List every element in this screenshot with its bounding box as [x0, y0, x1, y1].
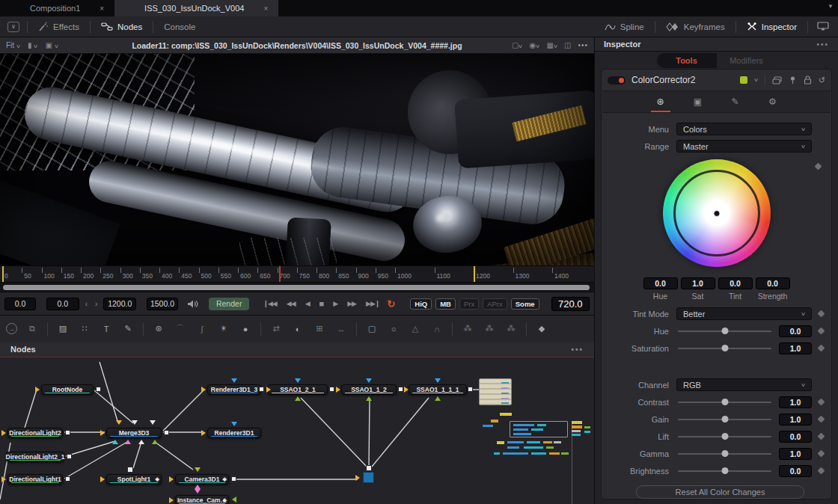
contrast-value[interactable]: 1.0 — [779, 396, 812, 408]
saver-icon[interactable]: ⧉ — [25, 323, 39, 335]
brightness-slider[interactable] — [676, 464, 773, 477]
graph-node-spotlight1[interactable]: SpotLight1◈ — [106, 474, 162, 485]
port-output-square[interactable] — [96, 387, 101, 392]
port-down-triangle[interactable] — [231, 378, 237, 383]
port-right-triangle[interactable] — [201, 387, 206, 393]
fit-dropdown[interactable]: Fit ∨ — [6, 41, 20, 49]
pemitter-icon[interactable]: ⁂ — [461, 323, 474, 335]
node-thumbnail[interactable] — [479, 378, 512, 405]
audio-icon[interactable] — [187, 299, 198, 309]
port-up-triangle[interactable] — [138, 440, 144, 444]
quality-aprx-button[interactable]: APrx — [483, 298, 507, 310]
port-output-square[interactable] — [164, 430, 169, 435]
chevron-down-icon[interactable]: ∨ — [753, 77, 759, 83]
gamma-slider[interactable] — [676, 447, 773, 460]
port-right-triangle[interactable] — [169, 476, 174, 482]
grid-dropdown[interactable]: ▦∨ — [546, 41, 557, 49]
rectangle-mask-icon[interactable]: ▢ — [365, 323, 379, 335]
keyframe-diamond[interactable] — [818, 433, 825, 440]
graph-node-merge3d3[interactable]: Merge3D3 — [106, 428, 162, 438]
nodes-panel-header[interactable]: Nodes ••• — [0, 342, 594, 357]
tab-composition1[interactable]: Composition1 × — [0, 0, 114, 16]
strength-value[interactable]: 0.0 — [756, 277, 790, 289]
loader-icon[interactable]: → — [6, 323, 17, 334]
port-square[interactable] — [329, 387, 334, 392]
quality-some-button[interactable]: Some — [511, 298, 539, 310]
close-icon[interactable]: × — [263, 4, 268, 13]
port-down-triangle[interactable] — [366, 378, 372, 383]
node-graph[interactable]: RootNodeDirectionalLight2DirectionalLigh… — [0, 357, 594, 504]
node-enable-toggle[interactable] — [608, 76, 626, 84]
hue-value[interactable]: 0.0 — [643, 277, 678, 289]
port-right-triangle[interactable] — [1, 476, 6, 482]
console-button[interactable]: Console — [153, 16, 206, 37]
lut-dropdown[interactable]: ◉∨ — [530, 41, 540, 49]
inspector-button[interactable]: Inspector — [736, 16, 807, 37]
port-right-triangle[interactable] — [336, 387, 340, 393]
spline-button[interactable]: Spline — [594, 16, 655, 37]
port-down-triangle[interactable] — [150, 420, 156, 425]
port-right-triangle[interactable] — [169, 497, 174, 503]
ellipse-mask-icon[interactable]: ○ — [387, 323, 400, 335]
port-right-triangle[interactable] — [35, 387, 40, 393]
colorcorrector-icon[interactable]: ⊛ — [152, 323, 165, 335]
render-button[interactable]: Render — [209, 298, 249, 310]
close-icon[interactable]: × — [100, 4, 104, 13]
timeline-scrollbar[interactable] — [0, 282, 594, 292]
subtab-options-icon[interactable]: ✎ — [726, 96, 745, 107]
port-left-triangle[interactable] — [232, 497, 236, 503]
paint-icon[interactable]: ✎ — [121, 323, 135, 335]
current-frame-field[interactable]: 720.0 — [551, 297, 590, 311]
port-down-triangle[interactable] — [231, 422, 237, 426]
background-icon[interactable]: ▨ — [56, 323, 70, 335]
gamma-value[interactable]: 1.0 — [779, 448, 812, 460]
global-end-field[interactable]: 1500.0 — [147, 298, 178, 310]
loop-icon[interactable]: ↻ — [387, 298, 395, 310]
graph-node-ssao1-1-2[interactable]: SSAO1_1_2 — [341, 384, 397, 395]
keyframe-diamond[interactable] — [818, 310, 825, 318]
port-right-triangle[interactable] — [100, 476, 105, 482]
keyframe-diamond[interactable] — [818, 345, 825, 352]
keyframe-diamond[interactable] — [818, 328, 825, 335]
graph-node-renderer3d1[interactable]: Renderer3D1 — [207, 428, 261, 438]
merge-icon[interactable]: ⇄ — [269, 323, 283, 335]
port-square[interactable] — [127, 467, 133, 473]
tab-tools[interactable]: Tools — [657, 53, 717, 68]
port-up-triangle[interactable] — [435, 396, 441, 401]
graph-node-directionallight2-1[interactable]: DirectionalLight2_1 — [6, 452, 64, 462]
color-dropdown[interactable]: ▣ ∨ — [45, 41, 58, 49]
port-square[interactable] — [398, 387, 403, 392]
inspector-menu-dots[interactable]: ••• — [816, 40, 829, 49]
nodes-menu-dots[interactable]: ••• — [571, 345, 584, 354]
gain-value[interactable]: 1.0 — [779, 414, 812, 425]
keyframe-diamond[interactable] — [815, 163, 822, 170]
bspline-mask-icon[interactable]: ∩ — [430, 323, 444, 335]
keyframe-diamond[interactable] — [818, 416, 825, 423]
port-right-triangle[interactable] — [1, 430, 6, 436]
keyframe-diamond[interactable] — [818, 399, 825, 406]
port-right-triangle[interactable] — [201, 430, 206, 436]
sat-value[interactable]: 1.0 — [681, 277, 715, 289]
lock-icon[interactable] — [804, 76, 812, 84]
port-output-square[interactable] — [67, 454, 72, 459]
global-start-field[interactable]: 0.0 — [4, 298, 36, 310]
port-output-square[interactable] — [65, 430, 70, 435]
graph-node-ssao1-2-1[interactable]: SSAO1_2_1 — [268, 384, 328, 395]
quality-mb-button[interactable]: MB — [435, 298, 456, 310]
graph-node-ssao1-1-1-1[interactable]: SSAO1_1_1_1 — [409, 384, 467, 395]
fastnoise-icon[interactable]: ∷ — [78, 323, 91, 335]
port-right-triangle[interactable] — [100, 430, 105, 436]
node-color-swatch[interactable] — [740, 76, 747, 84]
window-menu-icon[interactable]: ▼ — [828, 3, 834, 10]
saturation-slider[interactable] — [676, 342, 773, 354]
port-square[interactable] — [366, 465, 372, 471]
graph-node-camera3d1[interactable]: Camera3D1◈ — [175, 474, 229, 485]
port-right-triangle[interactable] — [266, 387, 271, 393]
pin-icon[interactable] — [789, 76, 797, 84]
shape3d-icon[interactable]: ◆ — [535, 323, 548, 335]
lift-value[interactable]: 0.0 — [779, 431, 812, 443]
graph-node-small[interactable] — [363, 472, 374, 483]
huecurves-icon[interactable]: ∫ — [195, 323, 209, 335]
channel-dropdown[interactable]: RGB∨ — [676, 378, 812, 391]
graph-node-renderer3d1-3[interactable]: Renderer3D1_3 — [207, 384, 261, 395]
